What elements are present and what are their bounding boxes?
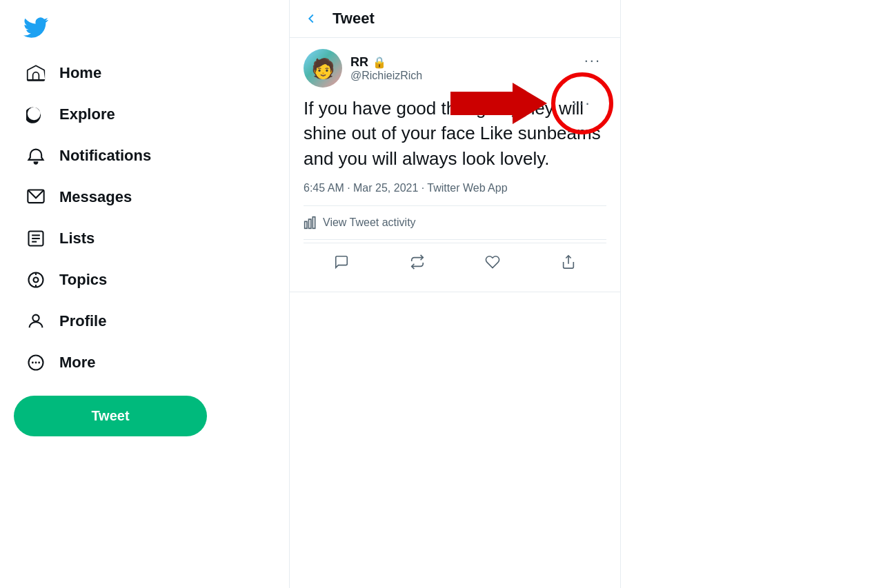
- retweet-icon: [410, 254, 425, 270]
- profile-icon: [25, 310, 47, 332]
- tweet-body-text: If you have good thoughts, they will shi…: [304, 96, 606, 171]
- heart-icon: [485, 254, 500, 270]
- tweet-button[interactable]: Tweet: [14, 396, 207, 436]
- notifications-label: Notifications: [59, 147, 151, 165]
- notifications-icon: [25, 145, 47, 167]
- svg-point-9: [32, 315, 39, 321]
- main-content: Tweet ··· 🧑: [290, 0, 621, 588]
- sidebar-item-explore[interactable]: Explore: [14, 95, 275, 134]
- view-activity-label: View Tweet activity: [323, 216, 416, 229]
- avatar: 🧑: [304, 49, 342, 88]
- activity-chart-icon: [304, 216, 317, 230]
- explore-label: Explore: [59, 105, 115, 123]
- messages-icon: [25, 186, 47, 208]
- profile-label: Profile: [59, 312, 106, 330]
- user-handle: @RichieizRich: [350, 70, 422, 82]
- tweet-timestamp: 6:45 AM · Mar 25, 2021 · Twitter Web App: [304, 182, 606, 194]
- sidebar-item-more[interactable]: More: [14, 343, 275, 382]
- svg-point-11: [32, 362, 34, 364]
- lists-icon: [25, 227, 47, 250]
- explore-icon: [25, 103, 47, 125]
- sidebar-item-notifications[interactable]: Notifications: [14, 136, 275, 175]
- more-options-button[interactable]: ···: [579, 49, 606, 72]
- page-title: Tweet: [333, 10, 375, 28]
- lists-label: Lists: [59, 230, 95, 247]
- share-icon: [561, 254, 576, 270]
- reply-button[interactable]: [328, 249, 355, 275]
- sidebar: Home Explore Notifications Messages: [0, 0, 290, 588]
- right-column: [621, 0, 883, 588]
- tweet-user-info: 🧑 RR 🔒 @RichieizRich: [304, 49, 422, 88]
- messages-label: Messages: [59, 188, 132, 206]
- tweet-top-row: 🧑 RR 🔒 @RichieizRich ···: [304, 49, 606, 88]
- sidebar-item-profile[interactable]: Profile: [14, 302, 275, 341]
- svg-point-5: [34, 278, 39, 283]
- tweet-detail-header: Tweet: [290, 0, 620, 38]
- home-label: Home: [59, 64, 101, 82]
- topics-label: Topics: [59, 271, 107, 289]
- svg-point-13: [38, 362, 40, 364]
- view-activity-button[interactable]: View Tweet activity: [304, 205, 606, 240]
- sidebar-item-topics[interactable]: Topics: [14, 261, 275, 299]
- svg-point-12: [35, 362, 37, 364]
- svg-rect-16: [312, 217, 315, 229]
- like-button[interactable]: [479, 249, 506, 275]
- share-button[interactable]: [555, 249, 582, 275]
- home-icon: [25, 62, 47, 84]
- user-info-block: RR 🔒 @RichieizRich: [350, 55, 422, 82]
- svg-rect-15: [309, 219, 311, 228]
- display-name: RR 🔒: [350, 55, 422, 70]
- retweet-button[interactable]: [404, 249, 430, 275]
- sidebar-item-home[interactable]: Home: [14, 54, 275, 92]
- tweet-card: ··· 🧑 RR 🔒 @RichieizRich ··· If you h: [290, 38, 620, 292]
- more-icon: [25, 352, 47, 374]
- name-text: RR: [350, 55, 368, 70]
- back-button[interactable]: [304, 11, 319, 26]
- sidebar-item-messages[interactable]: Messages: [14, 178, 275, 216]
- reply-icon: [334, 254, 349, 270]
- svg-rect-14: [305, 222, 307, 229]
- topics-icon: [25, 269, 47, 291]
- sidebar-item-lists[interactable]: Lists: [14, 219, 275, 258]
- lock-icon: 🔒: [373, 56, 386, 69]
- twitter-logo[interactable]: [14, 7, 58, 51]
- twitter-bird-icon: [23, 15, 48, 40]
- back-arrow-icon: [304, 11, 319, 26]
- more-label: More: [59, 354, 96, 372]
- tweet-action-bar: [304, 243, 606, 281]
